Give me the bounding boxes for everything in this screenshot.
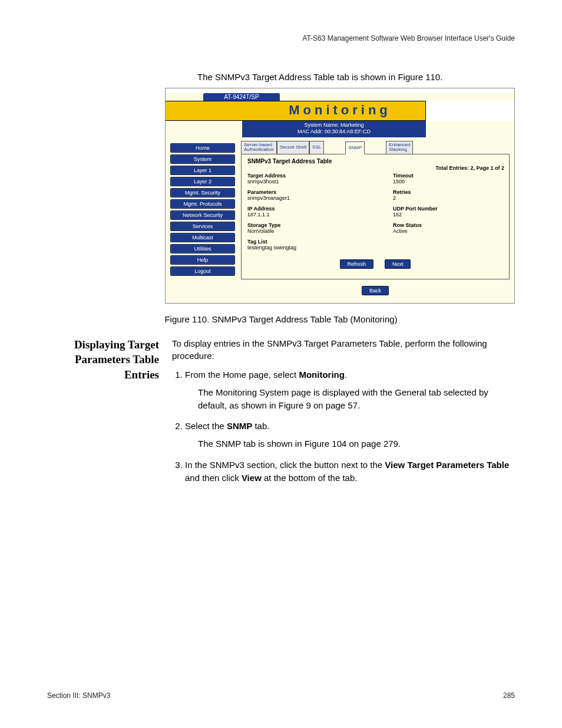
- val-storage: NonVolatile: [247, 228, 358, 234]
- footer-section: Section III: SNMPv3: [47, 691, 110, 700]
- nav-home[interactable]: Home: [170, 143, 235, 153]
- val-ip: 187.1.1.1: [247, 212, 358, 218]
- body-intro: To display entries in the SNMPv3 Target …: [172, 337, 515, 363]
- next-button[interactable]: Next: [385, 259, 411, 269]
- system-name: System Name: Marketing: [242, 122, 426, 129]
- step-1-sub: The Monitoring System page is displayed …: [198, 386, 515, 412]
- step-3-b: View Target Parameters Table: [385, 460, 509, 470]
- banner-blank: [425, 101, 514, 121]
- device-tab: AT-9424T/SP: [203, 93, 280, 101]
- step-3: In the SNMPv3 section, click the button …: [185, 459, 515, 485]
- entries-info: Total Entries: 2, Page 1 of 2: [435, 165, 504, 171]
- tab-secure-shell[interactable]: Secure Shell: [277, 141, 309, 154]
- step-2-c: tab.: [252, 421, 269, 431]
- nav-utilities[interactable]: Utilities: [170, 244, 235, 253]
- nav-layer2[interactable]: Layer 2: [170, 177, 235, 186]
- step-3-c: and then click: [185, 473, 242, 483]
- system-info: System Name: Marketing MAC Addr: 00:30:8…: [242, 121, 426, 137]
- lbl-taglist: Tag List: [247, 239, 358, 245]
- step-1-a: From the Home page, select: [185, 370, 299, 380]
- lbl-target-address: Target Address: [247, 173, 358, 179]
- figure-caption: Figure 110. SNMPv3 Target Address Table …: [47, 314, 515, 324]
- tab-gap2: [365, 141, 386, 154]
- val-parameters: snmpv3manager1: [247, 195, 358, 201]
- tab-server-auth[interactable]: Server-based Authentication: [241, 141, 277, 154]
- step-2: Select the SNMP tab. The SNMP tab is sho…: [185, 420, 515, 450]
- step-3-a: In the SNMPv3 section, click the button …: [185, 460, 385, 470]
- nav-layer1[interactable]: Layer 1: [170, 166, 235, 175]
- val-target-address: snmpv3host1: [247, 179, 358, 185]
- back-button[interactable]: Back: [362, 286, 389, 295]
- nav-services[interactable]: Services: [170, 222, 235, 231]
- refresh-button[interactable]: Refresh: [340, 259, 374, 269]
- nav-mgmt-security[interactable]: Mgmt. Security: [170, 188, 235, 197]
- footer-page: 285: [503, 691, 515, 700]
- lbl-parameters: Parameters: [247, 189, 358, 195]
- step-3-e: at the bottom of the tab.: [262, 473, 358, 483]
- panel-title: SNMPv3 Target Address Table: [247, 158, 503, 164]
- tab-ssl[interactable]: SSL: [309, 141, 324, 154]
- mac-addr: MAC Addr: 00:30:84:A8:EF:CD: [242, 129, 426, 135]
- lbl-storage: Storage Type: [247, 222, 358, 228]
- lbl-ip: IP Address: [247, 206, 358, 212]
- step-2-b: SNMP: [227, 421, 252, 431]
- body-text: To display entries in the SNMPv3 Target …: [172, 337, 515, 490]
- step-1: From the Home page, select Monitoring. T…: [185, 368, 515, 411]
- nav-sidebar: Home System Layer 1 Layer 2 Mgmt. Securi…: [170, 141, 235, 297]
- banner-text: Monitoring: [289, 103, 391, 117]
- step-2-a: Select the: [185, 421, 227, 431]
- val-taglist: testengtag swengtag: [247, 245, 358, 251]
- side-heading: Displaying Target Parameters Table Entri…: [47, 337, 159, 490]
- lbl-rowstatus: Row Status: [393, 222, 503, 228]
- tab-row: Server-based Authentication Secure Shell…: [241, 141, 510, 154]
- banner-title: Monitoring: [166, 101, 514, 121]
- snmp-panel: SNMPv3 Target Address Table Total Entrie…: [241, 154, 510, 279]
- doc-header: AT-S63 Management Software Web Browser I…: [47, 34, 515, 42]
- step-2-sub: The SNMP tab is shown in Figure 104 on p…: [198, 437, 515, 450]
- val-timeout: 1500: [393, 179, 503, 185]
- step-1-c: .: [345, 370, 347, 380]
- val-retries: 2: [393, 195, 503, 201]
- nav-help[interactable]: Help: [170, 255, 235, 265]
- step-3-d: View: [242, 473, 262, 483]
- screenshot-figure: AT-9424T/SP Monitoring System Name: Mark…: [165, 88, 515, 304]
- nav-mgmt-protocols[interactable]: Mgmt. Protocols: [170, 199, 235, 209]
- lbl-retries: Retries: [393, 189, 503, 195]
- step-1-b: Monitoring: [299, 370, 344, 380]
- lbl-timeout: Timeout: [393, 173, 503, 179]
- nav-multicast[interactable]: Multicast: [170, 233, 235, 242]
- val-udp: 162: [393, 212, 503, 218]
- nav-logout[interactable]: Logout: [170, 266, 235, 276]
- tab-enhanced-stacking[interactable]: Enhanced Stacking: [386, 141, 413, 154]
- nav-network-security[interactable]: Network Security: [170, 210, 235, 220]
- intro-text: The SNMPv3 Target Address Table tab is s…: [197, 72, 515, 82]
- val-rowstatus: Active: [393, 228, 503, 234]
- tab-gap: [324, 141, 345, 154]
- nav-system[interactable]: System: [170, 154, 235, 164]
- lbl-udp: UDP Port Number: [393, 206, 503, 212]
- tab-snmp[interactable]: SNMP: [345, 141, 365, 154]
